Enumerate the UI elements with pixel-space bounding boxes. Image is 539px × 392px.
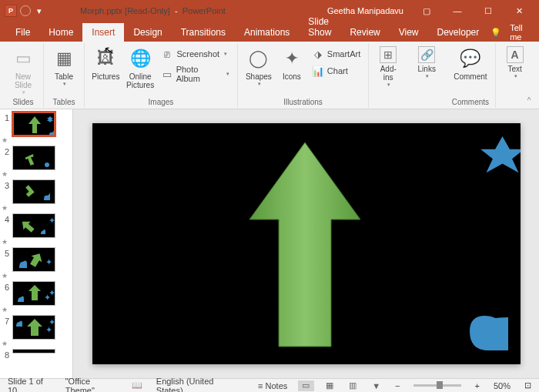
group-label-slides: Slides [12, 98, 33, 108]
slide-content [92, 123, 521, 364]
zoom-in-button[interactable]: + [472, 381, 483, 390]
icons-button[interactable]: ✦ Icons [276, 43, 307, 82]
screenshot-icon: ⎚ [161, 48, 173, 60]
tellme-input[interactable]: Tell me [504, 23, 538, 42]
thumb-row-5[interactable]: 5★ ✦ [0, 246, 72, 280]
svg-text:✦: ✦ [49, 216, 55, 225]
zoom-handle[interactable] [437, 381, 443, 389]
thumb-row-8[interactable]: 8 [0, 348, 72, 360]
theme-name: "Office Theme" [62, 377, 121, 393]
svg-marker-4 [22, 185, 34, 197]
thumbnail-4[interactable]: ✦ [12, 213, 55, 238]
star-shape [480, 136, 521, 173]
addins-button[interactable]: ⊞ Add- ins ▾ [373, 43, 403, 89]
group-label-comments: Comments [452, 98, 489, 108]
chart-icon: 📊 [312, 65, 324, 77]
svg-point-3 [45, 162, 49, 167]
tab-insert[interactable]: Insert [82, 23, 124, 42]
thumbnail-6[interactable]: ✦✦ [12, 281, 55, 306]
thumb-row-6[interactable]: 6★ ✦✦ [0, 280, 72, 314]
thumbnail-8[interactable] [12, 349, 55, 353]
tab-slideshow[interactable]: Slide Show [299, 12, 340, 42]
thumb-row-7[interactable]: 7★ ✦✦ [0, 314, 72, 348]
tab-view[interactable]: View [390, 23, 428, 42]
smartart-button[interactable]: ⬗SmartArt [309, 46, 363, 62]
slide-counter[interactable]: Slide 1 of 10 [5, 377, 55, 393]
thumbnail-panel[interactable]: 1★ 2★ 3★ 4★ ✦ 5★ ✦ [0, 109, 73, 378]
tab-transitions[interactable]: Transitions [172, 23, 235, 42]
online-pictures-button[interactable]: 🌐 Online Pictures [124, 43, 157, 91]
svg-text:✦: ✦ [49, 317, 55, 327]
collapse-ribbon-icon[interactable]: ^ [522, 96, 536, 107]
maximize-button[interactable]: ☐ [473, 0, 504, 22]
group-addins: ⊞ Add- ins ▾ [369, 43, 407, 108]
text-icon: A [507, 46, 524, 63]
slide-sorter-button[interactable]: ▦ [322, 380, 337, 391]
thumb-row-3[interactable]: 3★ [0, 179, 72, 213]
table-button[interactable]: ▦ Table ▾ [49, 43, 79, 89]
animation-star-icon: ★ [2, 224, 9, 246]
thumb-row-2[interactable]: 2★ [0, 145, 72, 179]
zoom-out-button[interactable]: − [392, 381, 403, 390]
close-button[interactable]: ✕ [504, 0, 534, 22]
tab-design[interactable]: Design [124, 23, 171, 42]
group-label-images: Images [149, 98, 174, 108]
minimize-button[interactable]: — [442, 0, 473, 22]
slideshow-view-button[interactable]: ▼ [369, 380, 384, 391]
thumbnail-7[interactable]: ✦✦ [12, 315, 55, 340]
zoom-slider[interactable] [413, 384, 460, 387]
notes-icon: ≡ [258, 381, 263, 390]
language-selector[interactable]: English (United States) [153, 377, 239, 393]
comment-button[interactable]: 💬 Comment [450, 43, 490, 82]
svg-marker-2 [23, 152, 37, 166]
thumbnail-5[interactable]: ✦ [12, 247, 55, 272]
reading-view-button[interactable]: ▥ [345, 380, 360, 391]
spellcheck-icon[interactable]: 📖 [129, 380, 146, 390]
slide[interactable] [92, 123, 521, 364]
app-icon: P [5, 5, 17, 17]
text-button[interactable]: A Text ▾ [500, 43, 530, 81]
new-slide-button[interactable]: ▭ New Slide ▾ [8, 43, 38, 97]
new-slide-icon: ▭ [11, 46, 35, 71]
notes-button[interactable]: ≡Notes [255, 381, 290, 390]
photo-album-icon: ▭ [161, 68, 172, 80]
tab-file[interactable]: File [6, 23, 39, 42]
svg-marker-0 [28, 116, 41, 133]
tab-developer[interactable]: Developer [428, 23, 489, 42]
group-links: 🔗 Links ▾ [407, 43, 446, 108]
animation-star-icon: ★ [2, 292, 9, 313]
thumbnail-2[interactable] [12, 146, 55, 170]
pictures-icon: 🖼 [93, 46, 118, 71]
statusbar: Slide 1 of 10 "Office Theme" 📖 English (… [0, 378, 539, 392]
thumb-row-1[interactable]: 1★ [0, 111, 72, 145]
tab-review[interactable]: Review [340, 23, 389, 42]
thumb-row-4[interactable]: 4★ ✦ [0, 213, 72, 246]
shapes-button[interactable]: ◯ Shapes ▾ [243, 43, 275, 89]
svg-marker-9 [28, 285, 41, 300]
fit-to-window-button[interactable]: ⊡ [521, 380, 534, 390]
shapes-icon: ◯ [246, 46, 271, 71]
tab-animations[interactable]: Animations [235, 23, 299, 42]
group-images: 🖼 Pictures 🌐 Online Pictures ⎚Screenshot… [85, 43, 238, 108]
thumbnail-3[interactable] [12, 179, 55, 204]
pictures-button[interactable]: 🖼 Pictures [89, 43, 122, 82]
svg-marker-1 [47, 116, 53, 122]
tab-home[interactable]: Home [39, 23, 82, 42]
screenshot-button[interactable]: ⎚Screenshot▾ [158, 46, 232, 62]
animation-star-icon: ★ [2, 122, 9, 144]
slide-canvas-area[interactable] [73, 109, 539, 378]
photo-album-button[interactable]: ▭Photo Album▾ [158, 63, 232, 85]
autosave-icon[interactable] [20, 5, 31, 16]
chart-button[interactable]: 📊Chart [309, 63, 363, 79]
group-label-tables: Tables [53, 98, 75, 108]
titlebar: P ▾ Morph.pptx [Read-Only] - PowerPoint … [0, 0, 539, 22]
thumbnail-1[interactable] [12, 112, 55, 136]
zoom-percent[interactable]: 50% [490, 381, 514, 390]
quick-access-dropdown[interactable]: ▾ [37, 6, 42, 16]
ribbon-options-icon[interactable]: ▢ [411, 0, 442, 22]
links-button[interactable]: 🔗 Links ▾ [412, 43, 441, 81]
addins-icon: ⊞ [380, 46, 397, 63]
title-text: Morph.pptx [Read-Only] - PowerPoint [80, 6, 226, 15]
normal-view-button[interactable]: ▭ [298, 380, 313, 391]
online-pictures-icon: 🌐 [128, 46, 152, 71]
